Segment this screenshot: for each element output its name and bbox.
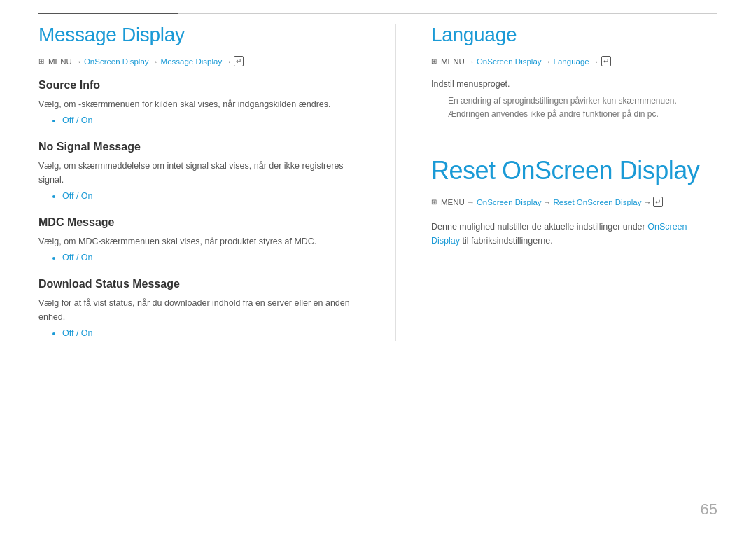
menu-label-reset: MENU [441,198,465,206]
no-signal-title: No Signal Message [38,141,368,153]
no-signal-bullet: Off / On [62,191,368,201]
right-column: Language ⊞ MENU → OnScreen Display → Lan… [396,24,718,341]
arrow-lang1: → [467,57,475,66]
reset-breadcrumb: ⊞ MENU → OnScreen Display → Reset OnScre… [431,197,718,207]
language-note: En ændring af sprogindstillingen påvirke… [441,94,718,121]
arrow1: → [74,57,82,66]
mdc-message-options: Off / On [38,253,368,262]
language-title: Language [431,24,718,46]
reset-description: Denne mulighed nulstiller de aktuelle in… [431,220,718,248]
top-decoration [0,0,756,3]
no-signal-options: Off / On [38,191,368,201]
top-line-dark [38,13,178,14]
source-info-desc: Vælg, om -skærmmenuen for kilden skal vi… [38,97,368,111]
onscreen-display-link-reset[interactable]: OnScreen Display [477,198,542,206]
reset-desc-part1: Denne mulighed nulstiller de aktuelle in… [431,222,648,232]
arrow-reset3: → [643,198,651,206]
download-status-desc: Vælg for at få vist status, når du downl… [38,296,368,324]
enter-icon-reset: ↵ [653,197,663,207]
mdc-message-bullet: Off / On [62,253,368,262]
enter-icon: ↵ [234,56,244,66]
reset-section: Reset OnScreen Display ⊞ MENU → OnScreen… [431,156,718,248]
download-status-options: Off / On [38,328,368,338]
onscreen-display-link[interactable]: OnScreen Display [84,57,149,66]
download-status-bullet: Off / On [62,328,368,338]
language-desc: Indstil menusproget. [431,79,718,89]
message-display-breadcrumb: ⊞ MENU → OnScreen Display → Message Disp… [38,56,368,66]
arrow2: → [151,57,159,66]
language-link[interactable]: Language [554,57,589,66]
page-number: 65 [701,500,718,519]
arrow3: → [224,57,232,66]
download-status-title: Download Status Message [38,278,368,290]
menu-label-lang: MENU [441,57,465,66]
reset-onscreen-link[interactable]: Reset OnScreen Display [554,198,642,206]
source-info-title: Source Info [38,79,368,92]
menu-icon-reset: ⊞ [431,198,437,206]
left-column: Message Display ⊞ MENU → OnScreen Displa… [38,24,368,341]
menu-label: MENU [48,57,72,66]
no-signal-desc: Vælg, om skærmmeddelelse om intet signal… [38,159,368,187]
source-info-options: Off / On [38,115,368,125]
message-display-title: Message Display [38,24,368,46]
arrow-reset2: → [544,198,552,206]
arrow-lang3: → [592,57,599,66]
menu-icon-lang: ⊞ [431,57,437,65]
source-info-bullet: Off / On [62,115,368,125]
message-display-link[interactable]: Message Display [161,57,223,66]
top-line-light [178,13,718,14]
arrow-lang2: → [544,57,552,66]
reset-title: Reset OnScreen Display [431,156,718,185]
language-breadcrumb: ⊞ MENU → OnScreen Display → Language → ↵ [431,56,718,66]
enter-icon-lang: ↵ [601,56,611,66]
page: Message Display ⊞ MENU → OnScreen Displa… [0,0,756,534]
reset-desc-part2: til fabriksindstillingerne. [460,236,553,246]
onscreen-display-link-lang[interactable]: OnScreen Display [477,57,542,66]
arrow-reset1: → [467,198,475,206]
menu-icon: ⊞ [38,57,44,65]
mdc-message-desc: Vælg, om MDC-skærmmenuen skal vises, når… [38,234,368,248]
mdc-message-title: MDC Message [38,216,368,229]
content-area: Message Display ⊞ MENU → OnScreen Displa… [0,3,756,362]
